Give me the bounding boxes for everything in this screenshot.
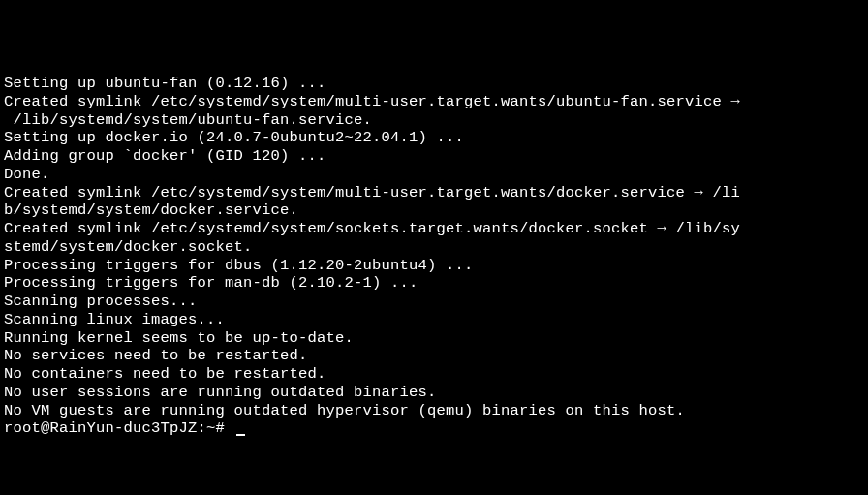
terminal-line: stemd/system/docker.socket. — [4, 238, 864, 257]
terminal-line: Created symlink /etc/systemd/system/mult… — [4, 184, 864, 202]
terminal-line: Processing triggers for man-db (2.10.2-1… — [4, 274, 864, 293]
terminal-line: Setting up ubuntu-fan (0.12.16) ... — [4, 75, 864, 93]
terminal-line: b/systemd/system/docker.service. — [4, 201, 864, 220]
terminal-line: Scanning linux images... — [4, 311, 864, 329]
terminal-line: Running kernel seems to be up-to-date. — [4, 329, 864, 348]
terminal-line: Scanning processes... — [4, 293, 864, 311]
terminal-line: No VM guests are running outdated hyperv… — [4, 402, 864, 420]
terminal-line: /lib/systemd/system/ubuntu-fan.service. — [4, 111, 864, 130]
terminal-output: Setting up ubuntu-fan (0.12.16) ...Creat… — [4, 75, 864, 438]
terminal-line: Setting up docker.io (24.0.7-0ubuntu2~22… — [4, 129, 864, 147]
terminal-line: Created symlink /etc/systemd/system/sock… — [4, 220, 864, 238]
terminal-line: No services need to be restarted. — [4, 347, 864, 365]
terminal-line: Processing triggers for dbus (1.12.20-2u… — [4, 257, 864, 275]
terminal-line: No user sessions are running outdated bi… — [4, 384, 864, 402]
cursor-icon — [236, 434, 245, 436]
terminal-line: No containers need to be restarted. — [4, 365, 864, 384]
terminal-line: Done. — [4, 166, 864, 184]
terminal-line: Adding group `docker' (GID 120) ... — [4, 147, 864, 166]
terminal-line: Created symlink /etc/systemd/system/mult… — [4, 93, 864, 111]
shell-prompt[interactable]: root@RainYun-duc3TpJZ:~# — [4, 419, 234, 437]
